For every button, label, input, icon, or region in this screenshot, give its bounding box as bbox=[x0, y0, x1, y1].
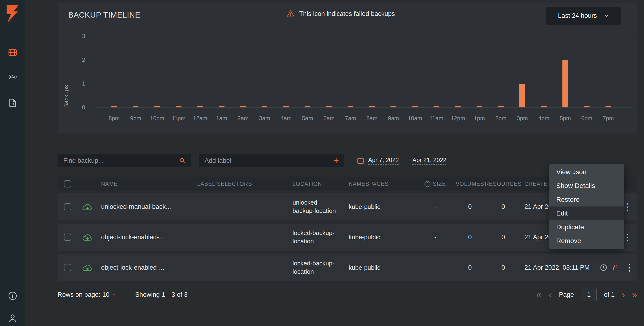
menu-item-duplicate[interactable]: Duplicate bbox=[549, 220, 624, 234]
menu-item-edit[interactable]: Edit bbox=[549, 207, 624, 220]
search-backup-box bbox=[58, 154, 191, 167]
backup-created: 21 Apr 20 bbox=[524, 203, 552, 211]
date-range: Apr 7, 2022 — Apr 21, 2022 bbox=[357, 154, 446, 167]
film-backup-icon bbox=[8, 47, 18, 57]
panel-title: BACKUP TIMELINE bbox=[68, 10, 140, 19]
sidebar-item-backups[interactable] bbox=[7, 47, 18, 58]
x-tick-label: 11am bbox=[426, 115, 447, 122]
next-page-button[interactable]: › bbox=[622, 290, 625, 299]
backup-size: - bbox=[434, 264, 437, 271]
row-checkbox[interactable] bbox=[64, 234, 71, 241]
col-resources: RESOURCES bbox=[486, 181, 521, 187]
row-menu-button[interactable]: ⋮ bbox=[624, 263, 635, 272]
bar-slot bbox=[554, 36, 576, 107]
backup-namespaces: kube-public bbox=[349, 234, 380, 241]
bar bbox=[390, 106, 396, 107]
clock-icon bbox=[600, 264, 608, 272]
col-volumes: VOLUMES bbox=[454, 181, 486, 187]
x-tick-label: 9am bbox=[383, 115, 404, 122]
context-menu: View JsonShow DetailsRestoreEditDuplicat… bbox=[549, 164, 624, 249]
lock-icon bbox=[612, 264, 620, 272]
search-icon[interactable] bbox=[179, 157, 186, 164]
rows-per-page-selector[interactable]: Rows on page: 10 bbox=[58, 291, 116, 299]
backup-location: locked-backup-location bbox=[292, 229, 340, 246]
last-page-button[interactable]: » bbox=[632, 290, 637, 299]
calendar-icon[interactable] bbox=[357, 157, 364, 164]
warning-triangle-icon bbox=[286, 10, 295, 17]
date-to[interactable]: Apr 21, 2022 bbox=[412, 157, 446, 165]
page-number-input[interactable] bbox=[581, 288, 597, 301]
time-range-selector[interactable]: Last 24 hours bbox=[546, 7, 622, 25]
info-icon bbox=[8, 291, 18, 301]
date-from[interactable]: Apr 7, 2022 bbox=[368, 157, 399, 165]
bar bbox=[606, 106, 611, 107]
backup-namespaces: kube-public bbox=[349, 264, 380, 271]
bar bbox=[111, 106, 117, 107]
backup-timeline-panel: BACKUP TIMELINE This icon indicates fail… bbox=[58, 3, 637, 133]
sidebar-item-restore[interactable] bbox=[7, 97, 18, 108]
chevron-down-icon bbox=[111, 292, 116, 297]
sidebar-item-broadcast[interactable]: A bbox=[7, 71, 18, 82]
table-row[interactable]: object-lock-enabled-... locked-backup-lo… bbox=[58, 254, 637, 281]
bar-slot bbox=[125, 36, 146, 107]
bar-slot bbox=[168, 36, 189, 107]
rows-per-page-label: Rows on page: bbox=[58, 291, 100, 299]
y-tick-label: 3 bbox=[67, 33, 85, 39]
first-page-button[interactable]: « bbox=[536, 290, 542, 299]
bar bbox=[520, 84, 525, 107]
page-of-label: of 1 bbox=[604, 291, 614, 299]
bar-slot bbox=[426, 36, 447, 107]
backup-volumes: 0 bbox=[468, 264, 472, 271]
bar-slot bbox=[490, 36, 512, 107]
backup-resources: 0 bbox=[501, 234, 505, 241]
bar bbox=[455, 106, 461, 107]
menu-item-view-json[interactable]: View Json bbox=[549, 165, 624, 179]
app-logo-icon[interactable] bbox=[5, 4, 20, 24]
bar-slot bbox=[297, 36, 318, 107]
rows-per-page-value: 10 bbox=[102, 291, 110, 299]
y-tick-label: 0 bbox=[67, 104, 85, 111]
row-checkbox[interactable] bbox=[64, 264, 71, 271]
menu-item-restore[interactable]: Restore bbox=[549, 193, 624, 207]
bar-slot bbox=[232, 36, 254, 107]
col-size: ? SIZE bbox=[416, 181, 454, 187]
select-all-checkbox[interactable] bbox=[64, 180, 71, 187]
backup-name: object-lock-enabled-... bbox=[101, 234, 164, 241]
sidebar-item-info[interactable] bbox=[7, 290, 18, 301]
search-input[interactable] bbox=[63, 157, 179, 165]
page-label: Page bbox=[559, 291, 574, 299]
bar-slot bbox=[211, 36, 232, 107]
bar bbox=[305, 106, 310, 107]
backup-location: locked-backup-location bbox=[292, 259, 340, 276]
backup-name: unlocked-manual-back... bbox=[101, 203, 171, 211]
menu-item-remove[interactable]: Remove bbox=[549, 234, 624, 248]
bar bbox=[262, 106, 267, 107]
bar bbox=[326, 106, 332, 107]
bar bbox=[154, 106, 160, 107]
bar-slot bbox=[254, 36, 275, 107]
sidebar: A bbox=[0, 0, 25, 326]
backup-namespaces: kube-public bbox=[349, 203, 380, 211]
bar-slot bbox=[576, 36, 598, 107]
sidebar-item-profile[interactable] bbox=[7, 313, 18, 324]
x-tick-label: 11pm bbox=[168, 115, 189, 122]
pagination: « ‹ Page of 1 › » bbox=[536, 288, 637, 301]
add-label-plus-icon[interactable]: + bbox=[334, 156, 339, 165]
bar-slot bbox=[361, 36, 383, 107]
bar bbox=[219, 106, 224, 107]
bar bbox=[434, 106, 439, 107]
x-tick-label: 4am bbox=[276, 115, 297, 122]
col-label-selectors: LABEL SELECTORS bbox=[197, 181, 292, 187]
prev-page-button[interactable]: ‹ bbox=[549, 290, 552, 299]
cloud-upload-icon bbox=[82, 264, 93, 272]
bar-slot bbox=[512, 36, 533, 107]
x-tick-label: 10pm bbox=[146, 115, 168, 122]
x-tick-label: 5am bbox=[297, 115, 318, 122]
add-label-input[interactable] bbox=[204, 157, 334, 165]
x-tick-label: 12pm bbox=[447, 115, 468, 122]
size-help-icon[interactable]: ? bbox=[424, 181, 430, 187]
backup-created: 21 Apr 2022, 03:11 PM bbox=[524, 264, 590, 271]
menu-item-show-details[interactable]: Show Details bbox=[549, 179, 624, 193]
x-tick-label: 1am bbox=[211, 115, 232, 122]
row-checkbox[interactable] bbox=[64, 203, 71, 210]
